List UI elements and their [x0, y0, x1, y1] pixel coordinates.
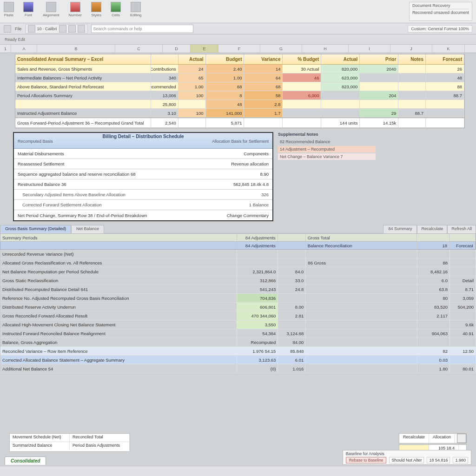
- cell[interactable]: 46: [283, 73, 321, 82]
- col-b[interactable]: B: [37, 45, 115, 53]
- cell[interactable]: 83,520: [417, 303, 450, 311]
- list-item[interactable]: Net Period Change, Summary Row 38 / End-…: [14, 210, 272, 220]
- cell[interactable]: Above Balance, Standard Period Reforecas…: [15, 82, 151, 91]
- cell[interactable]: 2040: [360, 65, 398, 73]
- italic-icon[interactable]: [59, 25, 66, 33]
- cell[interactable]: 80: [417, 294, 450, 302]
- list-item[interactable]: Corrected Forward Settlement Allocation1…: [14, 200, 272, 210]
- cell[interactable]: Gross Reconciled Forward Allocated Resul…: [0, 311, 237, 320]
- cell[interactable]: 2.117: [417, 311, 450, 320]
- cell[interactable]: Allocated High-Movement Closing Net Bala…: [0, 320, 237, 329]
- list-item[interactable]: Reassessed SettlementRevenue allocation: [14, 159, 272, 169]
- cell[interactable]: [321, 91, 360, 99]
- cell[interactable]: [321, 109, 360, 117]
- cell[interactable]: 8: [206, 91, 245, 99]
- baseline-field-2[interactable]: 18 54.816: [427, 457, 450, 463]
- list-item[interactable]: Restructured Balance 36562,845 18.4k 4.8: [14, 179, 272, 190]
- cell[interactable]: 64: [244, 73, 283, 82]
- cell[interactable]: 2.40: [206, 65, 245, 73]
- cell[interactable]: 100: [178, 109, 206, 117]
- cell[interactable]: [306, 303, 417, 311]
- cell[interactable]: 9.6k: [450, 320, 476, 329]
- cell[interactable]: 68: [206, 82, 245, 91]
- cell[interactable]: 820,000: [321, 65, 360, 73]
- cell[interactable]: 204: [360, 91, 398, 99]
- cell[interactable]: 84.00: [278, 338, 306, 346]
- ribbon-group-align[interactable]: Alignment: [43, 2, 60, 21]
- format-readout[interactable]: Custom: General Format 100%: [408, 25, 472, 33]
- cell[interactable]: 1.00: [206, 73, 245, 82]
- cell[interactable]: [398, 65, 426, 73]
- cell[interactable]: [306, 338, 417, 346]
- cell[interactable]: [278, 294, 306, 302]
- cell[interactable]: [237, 258, 278, 267]
- cell[interactable]: 58: [244, 91, 283, 99]
- col-k[interactable]: K: [432, 45, 465, 53]
- cell[interactable]: [306, 276, 417, 284]
- cell[interactable]: [306, 267, 417, 276]
- cell[interactable]: 30 Actual: [283, 65, 321, 73]
- cell[interactable]: 13,006: [151, 91, 178, 99]
- cell[interactable]: Gross Static Reclassification: [0, 276, 237, 284]
- cell[interactable]: [417, 250, 450, 258]
- cell[interactable]: 6.0: [417, 276, 450, 284]
- cell[interactable]: 14: [244, 65, 283, 73]
- cell[interactable]: Net Balance Recomputation per Period Sch…: [0, 267, 237, 276]
- cell[interactable]: 25,800: [151, 100, 178, 108]
- cell[interactable]: 3,123.63: [237, 356, 278, 364]
- cell[interactable]: [398, 73, 426, 82]
- list-item[interactable]: Sequence aggregated balance and reserve …: [14, 169, 272, 179]
- ribbon-group-font[interactable]: Font: [23, 2, 33, 21]
- rebase-button[interactable]: Rebase to Baseline: [346, 457, 387, 463]
- cell[interactable]: 3.10: [151, 109, 178, 117]
- cell[interactable]: 1.976 54.15: [237, 347, 278, 355]
- cell[interactable]: [398, 91, 426, 99]
- btn-recalculate[interactable]: Recalculate: [417, 225, 447, 233]
- bold-icon[interactable]: [28, 25, 35, 33]
- cell[interactable]: 823,000: [321, 82, 360, 91]
- search-input[interactable]: Search commands or help: [91, 25, 193, 33]
- cell[interactable]: [306, 364, 417, 373]
- cell[interactable]: [306, 311, 417, 320]
- cell[interactable]: [450, 311, 476, 320]
- cell[interactable]: 40.91: [450, 329, 476, 337]
- cell[interactable]: [306, 329, 417, 337]
- cell[interactable]: 6,000: [283, 91, 321, 99]
- cell[interactable]: 3,124.68: [278, 329, 306, 337]
- cell[interactable]: [450, 338, 476, 346]
- cell[interactable]: [426, 100, 464, 108]
- baseline-field-1[interactable]: Should Not Alter: [389, 457, 424, 463]
- cell[interactable]: 68: [244, 82, 283, 91]
- font-group[interactable]: 10 · Calibri: [26, 24, 87, 33]
- cell[interactable]: [306, 347, 417, 355]
- cell[interactable]: Instructed Adjustment Balance: [15, 109, 151, 117]
- cell[interactable]: [306, 320, 417, 329]
- cell[interactable]: 1.7: [244, 109, 283, 117]
- cell[interactable]: 48: [206, 100, 245, 108]
- tab-gross-basis[interactable]: Gross Basis Summary (Detailed): [0, 225, 71, 233]
- cell[interactable]: 904,063: [417, 329, 450, 337]
- cell[interactable]: [417, 320, 450, 329]
- cell[interactable]: [417, 338, 450, 346]
- expand-icon[interactable]: [457, 434, 466, 443]
- cell[interactable]: 3,059: [450, 294, 476, 302]
- cell[interactable]: 54,384: [237, 329, 278, 337]
- cell[interactable]: [283, 100, 321, 108]
- cell[interactable]: [450, 258, 476, 267]
- ribbon-recovery-panel[interactable]: Document Recovery Recovered unsaved docu…: [409, 2, 472, 21]
- cell[interactable]: 606,801: [237, 303, 278, 311]
- cell[interactable]: 704,836: [237, 294, 278, 302]
- cell[interactable]: Unrecorded Revenue Variance (Net): [0, 250, 237, 258]
- tab-summary-84[interactable]: 84 Summary: [383, 225, 417, 233]
- cell[interactable]: [398, 100, 426, 108]
- cell[interactable]: [15, 100, 151, 108]
- cell[interactable]: Distributed Recomputed Balance Detail 64…: [0, 285, 237, 293]
- cell[interactable]: Balance, Gross Aggregation: [0, 338, 237, 346]
- cell[interactable]: Allocated Gross Reclassification vs. All…: [0, 258, 237, 267]
- col-c[interactable]: C: [115, 45, 163, 53]
- cell[interactable]: 8,482.16: [417, 267, 450, 276]
- cell[interactable]: Reference No. Adjusted Recomputed Gross …: [0, 294, 237, 302]
- cell[interactable]: 24.8: [278, 285, 306, 293]
- cell[interactable]: [278, 250, 306, 258]
- cell[interactable]: 88: [426, 82, 464, 91]
